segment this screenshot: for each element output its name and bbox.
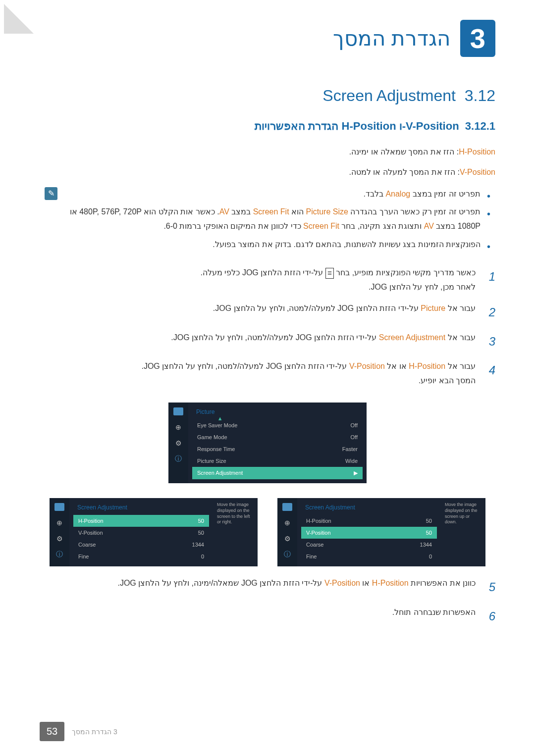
osd-row: Picture SizeWide (192, 455, 363, 467)
osd-row: Game ModeOff (192, 431, 363, 443)
nav-icon: ⊕ (54, 518, 64, 528)
footer-text: 3 הגדרת המסך (72, 728, 117, 736)
osd-screen-adjustment-v: ⊕ ⚙ ⓘ Screen Adjustment H-Position50 V-P… (277, 498, 485, 566)
monitor-icon (173, 406, 183, 416)
nav-icon: ⊕ (282, 518, 292, 528)
osd-row: Coarse1344 (73, 539, 209, 551)
osd-title: Screen Adjustment (301, 502, 437, 515)
step-2: 2 עבור אל Picture על-ידי הזזת הלחצן JOG … (40, 302, 495, 323)
notes-list: תפריט זה זמין במצב Analog בלבד. תפריט זה… (62, 187, 490, 256)
note-2: תפריט זה זמין רק כאשר הערך בהגדרה Pictur… (62, 205, 490, 234)
info-icon-osd: ⓘ (282, 550, 292, 559)
gear-icon: ⚙ (282, 534, 292, 544)
step-6: 6 האפשרות שנבחרה תוחל. (40, 605, 495, 627)
step-4: 4 עבור אל H-Position או אל V-Position על… (40, 359, 495, 388)
gear-icon: ⚙ (173, 438, 183, 448)
monitor-icon (282, 502, 292, 512)
osd-row: Fine0 (73, 551, 209, 562)
osd-row-selected: H-Position50 (73, 515, 209, 527)
step-1: 1 כאשר מדריך מקשי הפונקציות מופיע, בחר ☰… (40, 266, 495, 295)
vposition-desc: V-Position: הזז את המסך למעלה או למטה. (40, 165, 495, 180)
osd-row: Fine0 (301, 551, 437, 562)
info-icon-osd: ⓘ (54, 550, 64, 559)
subsection-title: הגדרת האפשרויות H-Position ו-V-Position … (40, 120, 495, 133)
note-1: תפריט זה זמין במצב Analog בלבד. (62, 187, 490, 202)
info-icon-osd: ⓘ (173, 454, 183, 464)
osd-row: ▲Eye Saver ModeOff (192, 419, 363, 431)
note-3: הפונקציות הזמינות בצג עשויות להשתנות, בה… (62, 238, 490, 252)
page-number: 53 (40, 722, 64, 741)
menu-icon: ☰ (325, 268, 334, 279)
gear-icon: ⚙ (54, 534, 64, 544)
osd-description: Move the image displayed on the screen u… (441, 498, 485, 566)
chapter-title: הגדרת המסך (333, 26, 450, 50)
osd-row-selected: Screen Adjustment▶ (192, 467, 363, 479)
osd-picture-menu: ⊕ ⚙ ⓘ Picture ▲Eye Saver ModeOff Game Mo… (168, 403, 367, 483)
step-3: 3 עבור אל Screen Adjustment על-ידי הזזת … (40, 331, 495, 352)
osd-description: Move the image displayed on the screen t… (213, 498, 258, 566)
osd-row-selected: V-Position50 (301, 527, 437, 539)
corner-decoration (4, 4, 34, 34)
chapter-number: 3 (460, 20, 495, 57)
page-footer: 3 הגדרת המסך 53 (40, 722, 495, 741)
osd-row: V-Position50 (73, 527, 209, 539)
section-title: Screen Adjustment 3.12 (40, 87, 495, 105)
osd-row: H-Position50 (301, 515, 437, 527)
monitor-icon (54, 502, 64, 512)
step-5: 5 כוונן את האפשרויות H-Position או V-Pos… (40, 576, 495, 598)
osd-screen-adjustment-h: ⊕ ⚙ ⓘ Screen Adjustment H-Position50 V-P… (50, 498, 258, 566)
osd-row: Response TimeFaster (192, 443, 363, 455)
info-icon: ✎ (45, 187, 57, 200)
hposition-desc: H-Position: הזז את המסך שמאלה או ימינה. (40, 145, 495, 159)
osd-title: Screen Adjustment (73, 502, 209, 515)
nav-icon: ⊕ (173, 422, 183, 432)
chapter-header: 3 הגדרת המסך (40, 20, 495, 57)
osd-row: Coarse1344 (301, 539, 437, 551)
